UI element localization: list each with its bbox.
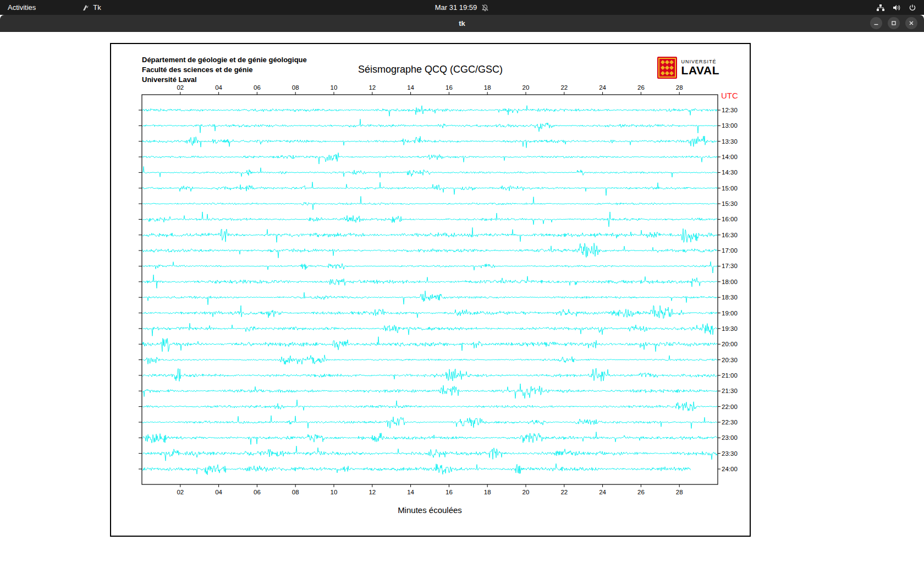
seismogram-trace <box>142 153 717 164</box>
x-tick-label-bottom: 18 <box>484 489 491 495</box>
trace-time-label: 18:30 <box>722 294 738 301</box>
trace-time-label: 18:00 <box>722 279 738 285</box>
seismogram-trace <box>142 227 717 242</box>
x-tick-label-top: 16 <box>446 84 453 91</box>
close-button[interactable] <box>905 17 917 29</box>
trace-time-label: 12:30 <box>722 107 738 113</box>
trace-time-label: 21:00 <box>722 372 738 379</box>
trace-time-label: 17:00 <box>722 247 738 254</box>
plot-border <box>142 95 718 484</box>
seismogram-trace <box>142 355 717 364</box>
window-title: tk <box>459 19 465 28</box>
trace-time-label: 15:30 <box>722 200 738 207</box>
x-tick-label-bottom: 20 <box>522 489 530 495</box>
x-tick-label-top: 08 <box>292 84 299 91</box>
trace-time-label: 19:00 <box>722 310 738 317</box>
minimize-icon <box>873 20 879 26</box>
trace-time-label: 20:00 <box>722 341 738 347</box>
seismogram-trace <box>142 197 717 210</box>
utc-axis-label: UTC <box>721 91 738 100</box>
trace-time-label: 21:30 <box>722 388 738 394</box>
seismogram-trace <box>142 432 717 445</box>
system-status-area[interactable] <box>868 0 924 15</box>
seismogram-trace <box>142 261 717 273</box>
seismogram-trace <box>142 136 717 148</box>
network-icon <box>876 4 885 12</box>
x-tick-label-top: 28 <box>676 84 683 91</box>
x-tick-label-top: 14 <box>407 84 414 91</box>
x-tick-label-bottom: 12 <box>369 489 376 495</box>
maximize-button[interactable] <box>888 17 900 29</box>
seismogram-trace <box>142 464 691 475</box>
x-tick-label-top: 02 <box>177 84 184 91</box>
seismogram-trace <box>142 337 717 352</box>
x-tick-label-bottom: 28 <box>676 489 683 495</box>
x-tick-label-bottom: 16 <box>446 489 453 495</box>
trace-time-label: 16:30 <box>722 232 738 238</box>
trace-time-label: 14:30 <box>722 169 738 176</box>
trace-time-label: 23:00 <box>722 434 738 441</box>
trace-time-label: 16:00 <box>722 216 738 222</box>
power-icon <box>909 4 916 12</box>
window-controls <box>870 17 917 29</box>
seismogram-trace <box>142 400 717 411</box>
x-tick-label-top: 10 <box>331 84 338 91</box>
x-tick-label-top: 20 <box>522 84 530 91</box>
window-titlebar[interactable]: tk <box>0 15 924 32</box>
clock-label: Mar 31 19:59 <box>435 3 477 12</box>
seismogram-trace <box>142 275 717 288</box>
trace-time-label: 20:30 <box>722 357 738 363</box>
seismogram-trace <box>142 368 717 381</box>
x-tick-label-bottom: 10 <box>331 489 338 495</box>
x-tick-label-top: 06 <box>254 84 261 91</box>
trace-time-label: 24:00 <box>722 466 738 472</box>
minimize-button[interactable] <box>870 17 882 29</box>
trace-time-label: 13:30 <box>722 138 738 145</box>
x-tick-label-top: 24 <box>599 84 606 91</box>
notifications-disabled-icon <box>481 4 489 12</box>
x-tick-label-top: 18 <box>484 84 491 91</box>
seismogram-trace <box>142 323 717 336</box>
seismograph-frame: Département de géologie et de génie géol… <box>110 43 751 537</box>
seismogram-trace <box>142 119 717 133</box>
desktop-topbar: Activities Tk Mar 31 19:59 <box>0 0 924 15</box>
maximize-icon <box>890 20 897 26</box>
close-icon <box>908 20 915 26</box>
seismogram-trace <box>142 291 717 304</box>
seismogram-trace <box>142 416 717 429</box>
x-tick-label-top: 04 <box>215 84 222 91</box>
x-tick-label-top: 22 <box>560 84 568 91</box>
window-content: Département de géologie et de génie géol… <box>0 32 924 578</box>
x-tick-label-bottom: 02 <box>177 489 184 495</box>
x-tick-label-top: 12 <box>369 84 376 91</box>
trace-time-label: 13:00 <box>722 122 738 129</box>
x-tick-label-bottom: 22 <box>560 489 568 495</box>
topbar-clock-area[interactable]: Mar 31 19:59 <box>0 0 924 15</box>
seismogram-trace <box>142 182 717 196</box>
trace-time-label: 23:30 <box>722 450 738 457</box>
trace-time-label: 17:30 <box>722 263 738 269</box>
seismograph-plot: 0202040406060808101012121414161618182020… <box>111 44 750 536</box>
seismogram-trace <box>142 384 717 399</box>
seismogram-trace <box>142 166 717 177</box>
x-axis-title: Minutes écoulées <box>398 505 462 515</box>
seismogram-trace <box>142 106 717 116</box>
trace-time-label: 19:30 <box>722 325 738 332</box>
trace-time-label: 22:00 <box>722 403 738 410</box>
volume-icon <box>893 4 901 12</box>
seismogram-trace <box>142 446 717 461</box>
trace-time-label: 22:30 <box>722 419 738 426</box>
x-tick-label-bottom: 06 <box>254 489 261 495</box>
trace-time-label: 14:00 <box>722 154 738 160</box>
trace-time-label: 15:00 <box>722 185 738 192</box>
x-tick-label-bottom: 14 <box>407 489 414 495</box>
x-tick-label-top: 26 <box>637 84 645 91</box>
seismogram-trace <box>142 243 717 258</box>
seismogram-trace <box>142 306 717 319</box>
x-tick-label-bottom: 24 <box>599 489 606 495</box>
x-tick-label-bottom: 26 <box>637 489 645 495</box>
x-tick-label-bottom: 04 <box>215 489 222 495</box>
seismogram-trace <box>142 212 717 227</box>
x-tick-label-bottom: 08 <box>292 489 299 495</box>
